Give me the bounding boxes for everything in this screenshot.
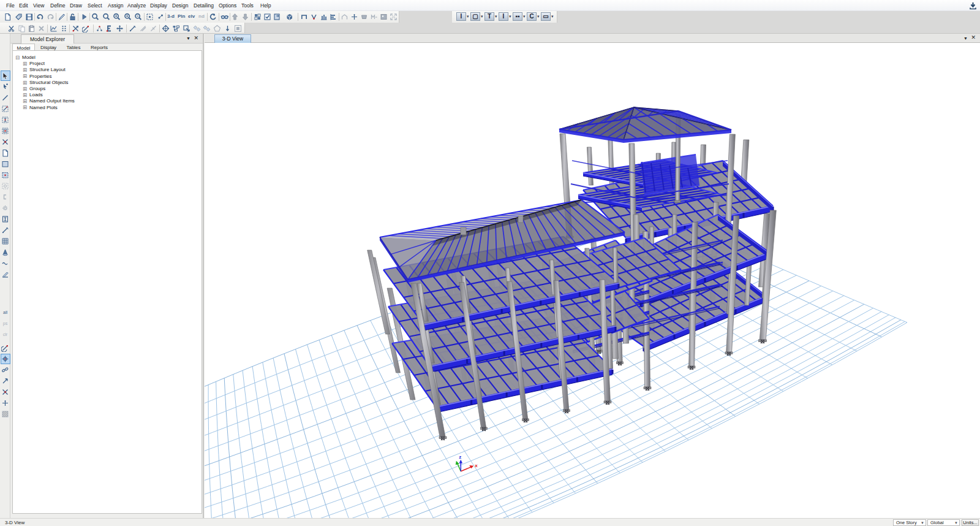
svg-text:x: x (475, 463, 478, 468)
svg-text:z: z (459, 454, 461, 460)
